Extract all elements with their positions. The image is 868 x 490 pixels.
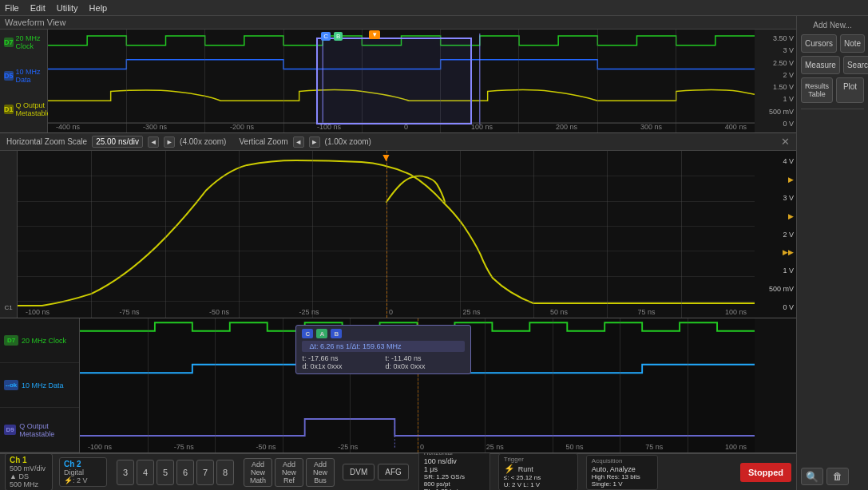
trash-btn[interactable]: 🗑 [826,468,849,485]
search-btn[interactable]: Search [843,56,868,74]
left-panel: Waveform View D7 20 MHz Clock D5 10 MHz … [0,16,796,490]
horizontal-section: Horizontal 100 ns/div 1 μs SR: 1.25 GS/s… [418,447,490,490]
ch1-val3: 500 MHz [10,480,48,488]
overview-y-axis: 3.50 V 3 V 2.50 V 2 V 1.50 V 1 V 500 mV … [755,30,796,132]
note-btn[interactable]: Note [840,34,865,53]
acquisition-val3: Single: 1 V [592,480,652,488]
ch-badge-d1: D1 [4,105,14,114]
menu-file[interactable]: File [5,3,19,13]
ch7-btn[interactable]: 7 [196,460,214,485]
menu-bar: File Edit Utility Help [0,0,868,16]
dgv4 [350,318,351,452]
zoom-close-btn[interactable]: ✕ [781,136,790,148]
zoom-y-axis: 4 V ▶ 3 V ▶ 2 V ▶▶ 1 V 500 mV 0 V [755,151,796,318]
h-zoom-minus[interactable]: ◄ [148,136,159,148]
v-zoom-minus[interactable]: ◄ [293,136,304,148]
right-divider [801,109,864,109]
h-zoom-plus[interactable]: ► [164,136,175,148]
add-new-buttons: AddNewMath AddNewRef AddNewBus [244,458,335,487]
ch8-btn[interactable]: 8 [216,460,234,485]
grid-v6 [518,30,519,132]
dig-clock-name: 20 MHz Clock [22,337,66,345]
zoom-icon-btn[interactable]: 🔍 [801,468,823,485]
zoom-waveform-area[interactable]: ▼ -100 ns -75 ns -50 ns -25 ns 0 25 ns [18,151,755,318]
ch1-val1: 500 mV/div [10,464,48,472]
trigger-uv: U: 2 V L: 1 V [504,481,573,488]
trigger-runt: ⚡ Runt [504,464,573,474]
grid-v4 [362,30,363,132]
results-table-btn[interactable]: ResultsTable [801,77,833,103]
menu-edit[interactable]: Edit [30,3,46,13]
digital-y-right [755,318,796,452]
dgv6 [485,318,486,452]
ch6-btn[interactable]: 6 [176,460,194,485]
ch2-name: Ch 2 [64,460,102,468]
v-zoom-plus[interactable]: ► [309,136,320,148]
horizontal-val1: 100 ns/div [424,457,485,465]
menu-help[interactable]: Help [89,3,108,13]
stopped-button[interactable]: Stopped [740,463,791,482]
acquisition-section: Acquisition Auto, Analyze High Res: 13 b… [586,455,658,490]
waveform-view-label: Waveform View [0,16,796,30]
status-bar: Ch 1 500 mV/div ▲ DS 500 MHz Ch 2 Digita… [0,453,796,490]
dig-badge-dok: --ok [4,380,18,390]
dig-ch-metastable: D9 Q Output Metastable [0,408,79,452]
channel-number-buttons: 3 4 5 6 7 8 [117,460,234,485]
cursor-d-badge: ▼ [369,30,380,39]
dgv8 [620,318,620,452]
cursor-b-badge: B [334,32,343,41]
ch-badge-d5: D5 [4,71,14,81]
ch-badge-d7: D7 [4,38,14,47]
dig-ch-data: --ok 10 MHz Data [0,363,79,408]
dig-badge-d9: D9 [4,425,16,435]
digital-waveform-area[interactable]: C A B Δt: 6.26 ns 1/Δt: 159.63 MHz t: -1… [80,318,755,452]
bottom-icons-row: 🔍 🗑 [801,468,864,485]
ch-clock-label: 20 MHz Clock [16,34,43,50]
add-new-label: Add New... [801,21,864,30]
dig-meta-name: Q Output Metastable [19,422,75,438]
ch-meta-label: Q Output Metastable [16,101,51,117]
ch1-name: Ch 1 [10,456,48,464]
plot-btn[interactable]: Plot [836,77,864,103]
ch2-status[interactable]: Ch 2 Digital ⚡: 2 V [59,457,107,487]
acquisition-title: Acquisition [592,457,652,464]
ch1-status[interactable]: Ch 1 500 mV/div ▲ DS 500 MHz [5,453,53,490]
ch4-btn[interactable]: 4 [137,460,154,485]
zoom-panel: C1 [0,151,796,318]
measure-btn[interactable]: Measure [801,56,840,74]
trigger-type-text: Runt [518,465,533,473]
zoom-controls-bar: Horizontal Zoom Scale 25.00 ns/div ◄ ► (… [0,133,796,151]
h-zoom-label: Horizontal Zoom Scale [6,137,87,146]
digital-cursor-line [418,318,418,452]
digital-panel: D7 20 MHz Clock --ok 10 MHz Data D9 Q Ou… [0,318,796,453]
ch3-btn[interactable]: 3 [117,460,134,485]
cursors-btn[interactable]: Cursors [801,34,837,53]
overview-x-labels: -400 ns -300 ns -200 ns -100 ns 0 100 ns… [48,123,755,131]
ch5-btn[interactable]: 5 [157,460,174,485]
h-zoom-value[interactable]: 25.00 ns/div [92,136,143,148]
grid-v1 [126,30,127,132]
add-ref-btn[interactable]: AddNewRef [275,458,303,487]
horizontal-ps: 800 ps/pt [424,480,485,488]
trigger-lt: ≤: < 25.12 ns [504,474,573,481]
menu-utility[interactable]: Utility [57,3,78,13]
zoom-x-labels: -100 ns -75 ns -50 ns -25 ns 0 25 ns 50 … [18,308,755,316]
add-bus-btn[interactable]: AddNewBus [306,458,335,487]
add-math-btn[interactable]: AddNewMath [244,458,272,487]
overview-waveform-area[interactable]: C B ▼ -400 ns -300 ns -200 ns -100 ns 0 … [48,30,755,132]
ch2-val2: ⚡: 2 V [64,476,102,484]
cursor-arrow-top: ▼ [381,151,392,164]
center-cursor-line [386,151,387,318]
digital-x-labels: -100 ns -75 ns -50 ns -25 ns 0 25 ns 50 … [80,443,755,451]
dgv7 [553,318,553,452]
acquisition-val1: Auto, Analyze [592,465,652,473]
grid-v3 [283,30,284,132]
dvm-btn[interactable]: DVM [343,464,375,480]
zoom-ch-id: C1 [4,304,12,311]
dgv2 [215,318,216,452]
afg-btn[interactable]: AFG [378,464,409,480]
trigger-title: Trigger [504,456,573,463]
grid-v2 [204,30,205,132]
grid-v8 [676,30,676,132]
dgv9 [688,318,688,452]
